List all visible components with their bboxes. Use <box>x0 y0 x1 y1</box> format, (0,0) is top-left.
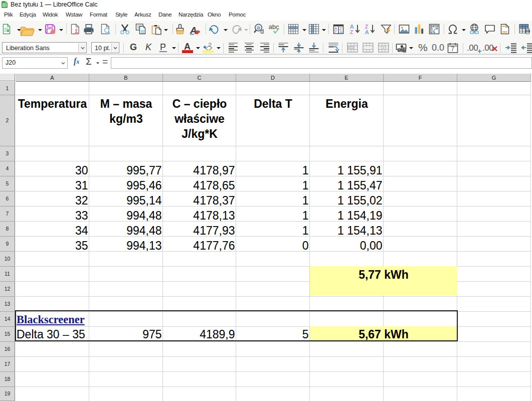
svg-text:Z: Z <box>350 29 353 35</box>
svg-text:A: A <box>365 29 369 35</box>
svg-text:A: A <box>339 30 342 35</box>
svg-text:Z: Z <box>334 30 337 35</box>
svg-text:a: a <box>257 25 260 31</box>
svg-text:7: 7 <box>451 46 454 53</box>
svg-text:d: d <box>260 28 264 35</box>
